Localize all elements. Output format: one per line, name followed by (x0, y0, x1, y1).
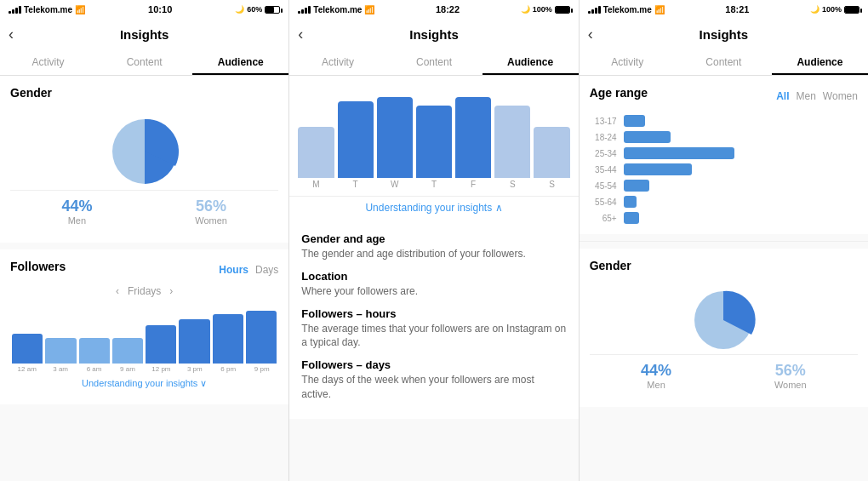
signal-bars-2 (298, 6, 311, 14)
men-caption-3: Men (641, 380, 671, 390)
followers-section-1: Followers Hours Days ‹ Fridays › 12 am3 … (0, 249, 288, 404)
age-row: 65+ (590, 212, 858, 224)
signal-bar-2-3 (305, 8, 307, 14)
bar-column (146, 325, 176, 364)
signal-bar-3-3 (595, 8, 597, 14)
understanding-link-2[interactable]: Understanding your insights ∧ (289, 196, 578, 220)
gender-title-3: Gender (590, 259, 858, 272)
tab-audience-3[interactable]: Audience (772, 49, 868, 75)
weekly-bar (455, 97, 491, 178)
tab-content-3[interactable]: Content (676, 49, 772, 75)
content-1: Gender 44% (0, 76, 288, 481)
men-label-1: 44% Men (61, 198, 92, 226)
time-3: 18:21 (725, 4, 749, 14)
weekly-chart-section: MTWTFSS Understanding your insights ∧ (289, 76, 578, 224)
back-button-2[interactable]: ‹ (298, 26, 303, 43)
battery-icon-3 (844, 6, 859, 14)
weekly-bar (494, 106, 530, 178)
understanding-link-1[interactable]: Understanding your insights ∨ (10, 373, 278, 394)
age-filter: All Men Women (776, 90, 858, 102)
bar (246, 311, 277, 364)
weekly-bar (377, 97, 413, 178)
signal-bar-1 (9, 11, 11, 14)
weekly-bar-column (534, 127, 569, 178)
bar-label: 6 pm (212, 365, 245, 373)
insight-item: Followers – days The days of the week wh… (301, 358, 566, 402)
age-row: 25-34 (590, 147, 858, 159)
men-caption-1: Men (61, 215, 92, 226)
signal-bars-3 (588, 6, 601, 14)
age-bar (624, 131, 671, 143)
age-bar (624, 196, 637, 208)
weekly-bar-column (377, 97, 413, 178)
prev-day-1[interactable]: ‹ (116, 285, 119, 297)
age-range-title: Age range (590, 86, 648, 100)
tab-audience-2[interactable]: Audience (483, 49, 579, 75)
signal-bar-4 (19, 6, 21, 14)
tab-activity-1[interactable]: Activity (0, 49, 96, 75)
status-left-1: Telekom.me 📶 (9, 5, 85, 14)
weekly-day-label: S (494, 178, 530, 196)
tab-activity-3[interactable]: Activity (580, 49, 676, 75)
tab-content-2[interactable]: Content (385, 49, 482, 75)
weekly-day-label: F (455, 178, 491, 196)
nav-title-1: Insights (120, 27, 169, 42)
bar-label: 9 am (111, 365, 144, 373)
age-bars: 13-17 18-24 25-34 35-44 45-54 55-64 65+ (590, 115, 858, 224)
bar-column (12, 334, 43, 364)
insight-title: Location (301, 270, 566, 283)
weekly-day-label: W (377, 178, 413, 196)
women-label-1: 56% Women (195, 198, 227, 226)
bar-column (213, 314, 243, 364)
toggle-days-1[interactable]: Days (255, 264, 278, 276)
next-day-1[interactable]: › (169, 285, 173, 297)
insight-title: Gender and age (301, 232, 566, 245)
age-row: 18-24 (590, 131, 858, 143)
tab-audience-1[interactable]: Audience (192, 49, 288, 75)
tab-content-1[interactable]: Content (96, 49, 192, 75)
battery-icon-2 (555, 6, 570, 14)
followers-header-1: Followers Hours Days (10, 260, 278, 280)
back-button-1[interactable]: ‹ (9, 26, 14, 43)
women-caption-1: Women (195, 215, 227, 226)
back-button-3[interactable]: ‹ (588, 26, 593, 43)
pie-chart-1: 44% Men 56% Women (10, 106, 278, 232)
age-range-header: Age range All Men Women (590, 86, 858, 106)
bar (112, 338, 143, 364)
bar-column (45, 338, 76, 364)
pie-chart-3: 44% Men 56% Women (590, 279, 858, 397)
bar-label: 9 pm (245, 365, 278, 373)
filter-women[interactable]: Women (823, 90, 858, 102)
age-range-label: 35-44 (590, 165, 617, 175)
age-range-label: 25-34 (590, 149, 617, 158)
signal-bar-3-2 (591, 9, 594, 14)
signal-bar-2-2 (301, 9, 304, 14)
weekly-bar-column (416, 106, 452, 178)
tabs-1: Activity Content Audience (0, 49, 288, 76)
divider-1 (580, 241, 868, 242)
bar-column (246, 311, 277, 364)
filter-men[interactable]: Men (797, 90, 816, 102)
moon-icon-3: 🌙 (810, 5, 819, 14)
weekly-bar (298, 127, 334, 178)
women-caption-3: Women (774, 380, 807, 390)
filter-all[interactable]: All (776, 90, 789, 102)
battery-pct-3: 100% (822, 5, 842, 14)
men-pct-3: 44% (641, 362, 671, 380)
signal-bar-2-4 (308, 6, 311, 14)
nav-bar-2: ‹ Insights (289, 19, 578, 49)
tab-activity-2[interactable]: Activity (289, 49, 385, 75)
insight-title: Followers – days (301, 358, 566, 371)
status-right-1: 🌙 60% (235, 5, 280, 14)
weekly-bar (416, 106, 452, 178)
time-1: 10:10 (148, 4, 172, 14)
insight-desc: Where your followers are. (301, 284, 566, 299)
bar-column (79, 338, 110, 364)
age-bar (624, 147, 734, 159)
weekly-day-label: S (534, 178, 569, 196)
moon-icon-2: 🌙 (521, 5, 530, 14)
men-pct-1: 44% (61, 198, 92, 215)
wifi-icon-2: 📶 (364, 5, 374, 14)
bar-label: 3 pm (178, 365, 211, 373)
toggle-hours-1[interactable]: Hours (219, 264, 248, 276)
